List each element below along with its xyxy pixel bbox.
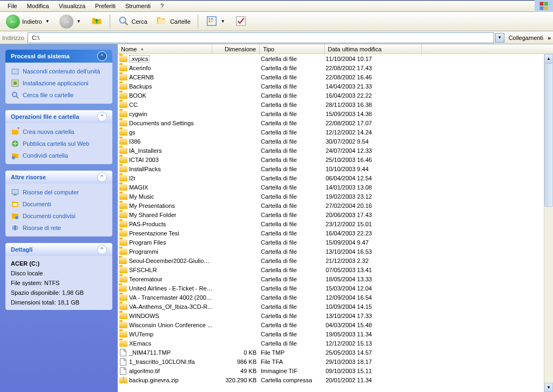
list-item[interactable]: VA-Anthems_Of_Ibiza-3CD-R...Cartella di …	[118, 302, 553, 311]
column-header-nome[interactable]: Nome▲	[118, 44, 212, 53]
up-button[interactable]	[87, 13, 106, 30]
list-item[interactable]: MAGIXCartella di file14/01/2003 13.08	[118, 183, 553, 192]
list-item[interactable]: My MusicCartella di file19/02/2003 23.12	[118, 192, 553, 201]
svg-rect-9	[208, 21, 210, 22]
links-label[interactable]: Collegamenti	[504, 35, 548, 41]
column-header-tipo[interactable]: Tipo	[260, 44, 325, 53]
task-link[interactable]: Documenti condivisi	[11, 212, 107, 220]
list-item[interactable]: ACERNBCartella di file22/08/2002 16.46	[118, 72, 553, 82]
address-dropdown[interactable]: ▼	[495, 33, 504, 43]
list-item[interactable]: backup.ginevra.zip320.290 KBCartella com…	[118, 375, 553, 384]
column-header-data ultima modifica[interactable]: Data ultima modifica	[325, 44, 422, 53]
file-type: Cartella di file	[261, 230, 326, 236]
folder-icon	[119, 156, 127, 164]
list-item[interactable]: 1_trascritto_10CLONI.tfa986 KBFile TFA29…	[118, 357, 553, 366]
folder-icon	[119, 339, 127, 348]
task-link[interactable]: Risorse del computer	[11, 188, 107, 197]
file-type: Cartella di file	[261, 202, 326, 209]
file-name: XEmacs	[129, 340, 151, 347]
list-item[interactable]: My PresentationsCartella di file27/02/20…	[118, 201, 553, 210]
panel-header[interactable]: Processi del sistema⌃	[5, 50, 112, 63]
list-item[interactable]: WUTempCartella di file19/05/2003 11.34	[118, 329, 553, 339]
panel-header[interactable]: Altre risorse⌃	[5, 171, 112, 184]
menu-file[interactable]: File	[3, 2, 22, 10]
menu-modifica[interactable]: Modifica	[23, 2, 53, 10]
list-item[interactable]: _NIM4711.TMP0 KBFile TMP25/05/2003 14.57	[118, 348, 553, 357]
task-link[interactable]: Condividi cartella	[11, 151, 107, 160]
column-header-dimensione[interactable]: Dimensione	[212, 44, 260, 53]
collapse-icon[interactable]: ⌃	[97, 112, 107, 121]
file-type: Cartella di file	[261, 175, 326, 181]
dropdown-icon[interactable]: ▼	[76, 19, 82, 24]
list-item[interactable]: ICTAI 2003Cartella di file25/10/2003 16.…	[118, 155, 553, 164]
folder-icon	[119, 220, 127, 228]
menu-preferiti[interactable]: Preferiti	[91, 2, 120, 10]
list-item[interactable]: l2rCartella di file06/04/2004 12.54	[118, 173, 553, 183]
list-item[interactable]: Presentazione TesiCartella di file16/04/…	[118, 228, 553, 238]
list-item[interactable]: BOOKCartella di file16/04/2003 22.22	[118, 91, 553, 100]
views-button[interactable]: ▼	[202, 13, 230, 30]
list-item[interactable]: I386Cartella di file30/07/2002 9.54	[118, 137, 553, 146]
menu-?[interactable]: ?	[156, 2, 168, 10]
list-item[interactable]: Seoul-December2002-GiulioPa...Cartella d…	[118, 256, 553, 265]
list-item[interactable]: BackupsCartella di file14/04/2003 21.33	[118, 82, 553, 91]
task-link[interactable]: *Crea nuova cartella	[11, 127, 107, 136]
detail-line: Dimensioni totali: 18,1 GB	[11, 299, 107, 306]
search-button[interactable]: Cerca	[114, 13, 151, 30]
list-item[interactable]: Wisconsin Union Conference ...Cartella d…	[118, 320, 553, 329]
scroll-thumb[interactable]	[544, 63, 553, 207]
task-link[interactable]: Installazione applicazioni	[11, 79, 107, 87]
scroll-up-button[interactable]: ▲	[544, 54, 553, 63]
list-item[interactable]: XEmacsCartella di file12/12/2002 15.13	[118, 339, 553, 348]
dropdown-icon[interactable]: ▼	[44, 19, 51, 24]
task-link[interactable]: Risorse di rete	[11, 224, 107, 232]
file-name: My Music	[129, 193, 154, 200]
scroll-track[interactable]	[544, 63, 553, 383]
list-item[interactable]: algoritmo.tif49 KBImmagine TIF09/10/2003…	[118, 366, 553, 375]
task-link[interactable]: Nascondi contenuto dell'unità	[11, 67, 107, 76]
list-item[interactable]: TeorematourCartella di file18/05/2004 13…	[118, 274, 553, 283]
list-item[interactable]: cygwinCartella di file15/09/2003 14.38	[118, 109, 553, 118]
task-link[interactable]: Documenti	[11, 200, 107, 208]
list-item[interactable]: WINDOWSCartella di file13/10/2004 17.33	[118, 311, 553, 320]
list-item[interactable]: AcerinfoCartella di file22/08/2002 17.43	[118, 63, 553, 72]
svg-point-19	[12, 156, 15, 159]
task-link[interactable]: Cerca file o cartelle	[11, 91, 107, 99]
back-button[interactable]: ← Indietro ▼	[2, 13, 55, 30]
file-date: 22/08/2002 17.07	[326, 120, 423, 126]
collapse-icon[interactable]: ⌃	[97, 245, 107, 254]
collapse-icon[interactable]: ⌃	[97, 172, 107, 182]
list-item[interactable]: SFSCHLRCartella di file07/05/2003 13.41	[118, 265, 553, 274]
collapse-icon[interactable]: ⌃	[97, 51, 107, 61]
list-item[interactable]: ProgrammiCartella di file13/10/2004 16.5…	[118, 247, 553, 256]
hide-icon	[11, 67, 19, 76]
list-item[interactable]: My Shared FolderCartella di file20/06/20…	[118, 210, 553, 219]
panel-header[interactable]: Dettagli⌃	[5, 243, 112, 256]
list-item[interactable]: IA_InstallersCartella di file24/07/2004 …	[118, 146, 553, 155]
list-item[interactable]: .xvpicsCartella di file11/10/2004 10.17	[118, 54, 553, 63]
list-item[interactable]: PAS-ProductsCartella di file23/12/2002 1…	[118, 219, 553, 228]
list-item[interactable]: Documents and SettingsCartella di file22…	[118, 118, 553, 127]
file-type: Cartella di file	[261, 331, 326, 337]
column-label: Nome	[121, 46, 137, 52]
task-label: Installazione applicazioni	[23, 80, 89, 86]
list-item[interactable]: Program FilesCartella di file15/09/2004 …	[118, 238, 553, 247]
menu-strumenti[interactable]: Strumenti	[121, 2, 155, 10]
menu-visualizza[interactable]: Visualizza	[55, 2, 90, 10]
scrollbar[interactable]: ▲ ▼	[544, 54, 553, 392]
scroll-down-button[interactable]: ▼	[544, 383, 553, 392]
list-item[interactable]: gsCartella di file12/12/2002 14.24	[118, 127, 553, 137]
folders-button[interactable]: Cartelle	[152, 13, 194, 30]
chevron-icon[interactable]: »	[548, 35, 551, 41]
list-item[interactable]: VA - Trancemaster 4002 (200...Cartella d…	[118, 293, 553, 302]
task-link[interactable]: Pubblica cartella sul Web	[11, 139, 107, 148]
check-button[interactable]	[231, 13, 251, 30]
list-item[interactable]: CCCartella di file28/11/2003 16.38	[118, 100, 553, 109]
list-item[interactable]: United Airlines - E-Ticket - Rec...Carte…	[118, 283, 553, 293]
address-field[interactable]: C:\	[28, 32, 494, 43]
list-item[interactable]: InstallPacksCartella di file10/10/2003 9…	[118, 164, 553, 173]
forward-button[interactable]: → ▼	[56, 13, 86, 30]
dropdown-icon[interactable]: ▼	[220, 19, 226, 24]
panel-header[interactable]: Operazioni file e cartella⌃	[5, 110, 112, 123]
file-list[interactable]: .xvpicsCartella di file11/10/2004 10.17A…	[118, 54, 553, 392]
